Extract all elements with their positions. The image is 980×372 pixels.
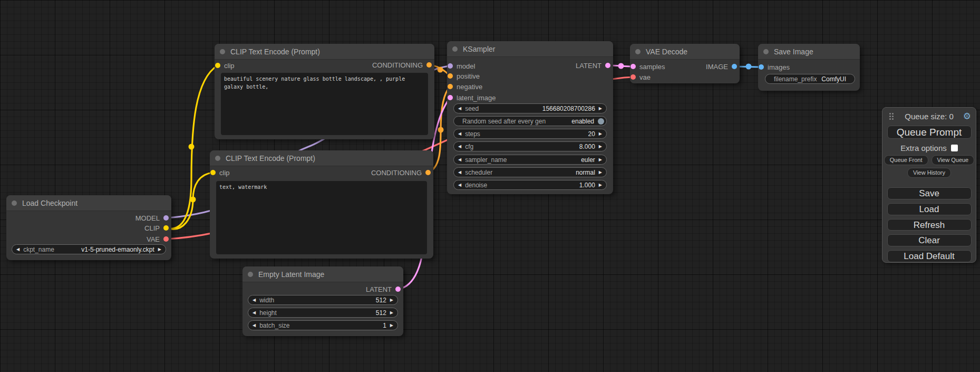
widget-width[interactable]: ◀ width 512 ▶ — [248, 295, 398, 305]
increment-arrow-icon[interactable]: ▶ — [599, 170, 602, 175]
widget-random-seed-toggle[interactable]: Random seed after every gen enabled — [453, 116, 607, 126]
clear-button[interactable]: Clear — [887, 234, 972, 246]
queue-prompt-button[interactable]: Queue Prompt — [887, 126, 972, 139]
clip-input-port[interactable] — [215, 63, 220, 68]
refresh-button[interactable]: Refresh — [887, 219, 972, 231]
node-vae-decode-titlebar[interactable]: VAE Decode — [630, 44, 740, 60]
node-ksampler[interactable]: KSampler model positive negative latent_… — [447, 41, 613, 194]
decrement-arrow-icon[interactable]: ◀ — [458, 107, 461, 111]
decrement-arrow-icon[interactable]: ◀ — [458, 132, 461, 136]
decrement-arrow-icon[interactable]: ◀ — [458, 145, 461, 149]
conditioning-output-port[interactable] — [425, 170, 431, 175]
model-input-port[interactable] — [448, 63, 453, 69]
node-clip-text-encode-positive-titlebar[interactable]: CLIP Text Encode (Prompt) — [215, 44, 434, 60]
decrement-arrow-icon[interactable]: ◀ — [253, 298, 256, 302]
node-clip-text-encode-negative-titlebar[interactable]: CLIP Text Encode (Prompt) — [210, 150, 433, 166]
negative-input-port[interactable] — [448, 84, 453, 89]
increment-arrow-icon[interactable]: ▶ — [599, 132, 602, 136]
widget-seed[interactable]: ◀ seed 156680208700286 ▶ — [453, 103, 607, 113]
node-empty-latent-image-titlebar[interactable]: Empty Latent Image — [242, 266, 403, 282]
widget-label: Random seed after every gen — [462, 118, 546, 125]
increment-arrow-icon[interactable]: ▶ — [599, 158, 602, 162]
extra-options-checkbox[interactable] — [951, 145, 958, 151]
increment-arrow-icon[interactable]: ▶ — [158, 247, 161, 252]
decrement-arrow-icon[interactable]: ◀ — [253, 323, 256, 328]
node-vae-decode[interactable]: VAE Decode samples vae IMAGE — [630, 44, 740, 83]
latent-output-port[interactable] — [395, 287, 401, 292]
view-history-button[interactable]: View History — [907, 168, 951, 178]
toggle-knob-icon[interactable] — [598, 118, 604, 125]
prompt-textarea[interactable]: beautiful scenery nature glass bottle la… — [221, 73, 428, 135]
output-label: CONDITIONING — [371, 169, 422, 177]
samples-input-port[interactable] — [630, 64, 636, 69]
node-empty-latent-image[interactable]: Empty Latent Image LATENT ◀ width 512 ▶ … — [242, 266, 403, 336]
clip-input-port[interactable] — [210, 170, 216, 175]
decrement-arrow-icon[interactable]: ◀ — [253, 311, 256, 315]
link-dot-conditioning-negative — [438, 127, 444, 133]
input-slot-clip: clip — [210, 167, 230, 178]
collapse-dot-icon[interactable] — [452, 46, 458, 52]
node-ksampler-titlebar[interactable]: KSampler — [447, 41, 613, 57]
node-graph-canvas[interactable]: Load Checkpoint MODEL CLIP VAE ◀ ckpt_na… — [0, 0, 980, 372]
latent-output-port[interactable] — [605, 63, 610, 68]
input-label: clip — [224, 62, 235, 70]
positive-input-port[interactable] — [448, 73, 453, 79]
collapse-dot-icon[interactable] — [763, 49, 769, 54]
widget-value: 156680208700286 — [542, 105, 595, 112]
save-button[interactable]: Save — [887, 187, 972, 199]
widget-sampler-name[interactable]: ◀ sampler_name euler ▶ — [453, 155, 607, 165]
output-label: LATENT — [576, 62, 601, 70]
widget-height[interactable]: ◀ height 512 ▶ — [248, 308, 398, 318]
increment-arrow-icon[interactable]: ▶ — [390, 298, 393, 302]
output-slot-conditioning: CONDITIONING — [372, 60, 432, 70]
output-slot-latent: LATENT — [366, 284, 401, 294]
node-load-checkpoint-titlebar[interactable]: Load Checkpoint — [6, 195, 171, 211]
vae-output-port[interactable] — [163, 236, 169, 242]
node-save-image[interactable]: Save Image images filename_prefix ComfyU… — [758, 44, 860, 91]
input-label: samples — [639, 63, 665, 71]
conditioning-output-port[interactable] — [426, 62, 432, 68]
decrement-arrow-icon[interactable]: ◀ — [458, 158, 461, 162]
decrement-arrow-icon[interactable]: ◀ — [458, 183, 461, 187]
input-slot-model: model — [448, 61, 475, 71]
increment-arrow-icon[interactable]: ▶ — [599, 145, 602, 149]
collapse-dot-icon[interactable] — [215, 156, 220, 161]
model-output-port[interactable] — [163, 215, 169, 221]
collapse-dot-icon[interactable] — [12, 201, 17, 206]
image-output-port[interactable] — [732, 64, 737, 69]
widget-steps[interactable]: ◀ steps 20 ▶ — [453, 129, 607, 139]
settings-gear-icon[interactable]: ⚙ — [963, 111, 971, 122]
increment-arrow-icon[interactable]: ▶ — [599, 183, 602, 187]
widget-ckpt-name[interactable]: ◀ ckpt_name v1-5-pruned-emaonly.ckpt ▶ — [12, 244, 166, 254]
collapse-dot-icon[interactable] — [248, 272, 253, 277]
node-clip-text-encode-positive[interactable]: CLIP Text Encode (Prompt) clip CONDITION… — [215, 44, 434, 139]
widget-value: 512 — [376, 309, 386, 317]
increment-arrow-icon[interactable]: ▶ — [599, 107, 602, 111]
increment-arrow-icon[interactable]: ▶ — [390, 311, 393, 315]
prompt-textarea[interactable]: text, watermark — [216, 181, 427, 254]
node-clip-text-encode-negative[interactable]: CLIP Text Encode (Prompt) clip CONDITION… — [210, 150, 433, 259]
widget-value: 8.000 — [579, 143, 595, 150]
collapse-dot-icon[interactable] — [220, 49, 225, 54]
node-load-checkpoint[interactable]: Load Checkpoint MODEL CLIP VAE ◀ ckpt_na… — [6, 195, 171, 260]
decrement-arrow-icon[interactable]: ◀ — [16, 247, 20, 252]
collapse-dot-icon[interactable] — [635, 49, 641, 54]
widget-scheduler[interactable]: ◀ scheduler normal ▶ — [453, 167, 607, 177]
clip-output-port[interactable] — [163, 225, 169, 231]
output-label: CONDITIONING — [372, 61, 423, 69]
widget-filename-prefix[interactable]: filename_prefix ComfyUI — [765, 74, 855, 84]
images-input-port[interactable] — [759, 64, 764, 70]
vae-input-port[interactable] — [630, 74, 636, 80]
queue-front-button[interactable]: Queue Front — [884, 155, 928, 165]
widget-cfg[interactable]: ◀ cfg 8.000 ▶ — [453, 141, 607, 151]
link-dot-latent — [618, 63, 624, 69]
load-default-button[interactable]: Load Default — [887, 250, 972, 262]
node-save-image-titlebar[interactable]: Save Image — [758, 44, 860, 60]
load-button[interactable]: Load — [887, 203, 972, 215]
decrement-arrow-icon[interactable]: ◀ — [458, 170, 461, 175]
latent-image-input-port[interactable] — [448, 95, 453, 100]
view-queue-button[interactable]: View Queue — [932, 155, 975, 165]
increment-arrow-icon[interactable]: ▶ — [390, 323, 393, 328]
widget-batch-size[interactable]: ◀ batch_size 1 ▶ — [248, 320, 398, 330]
widget-denoise[interactable]: ◀ denoise 1.000 ▶ — [453, 180, 607, 190]
